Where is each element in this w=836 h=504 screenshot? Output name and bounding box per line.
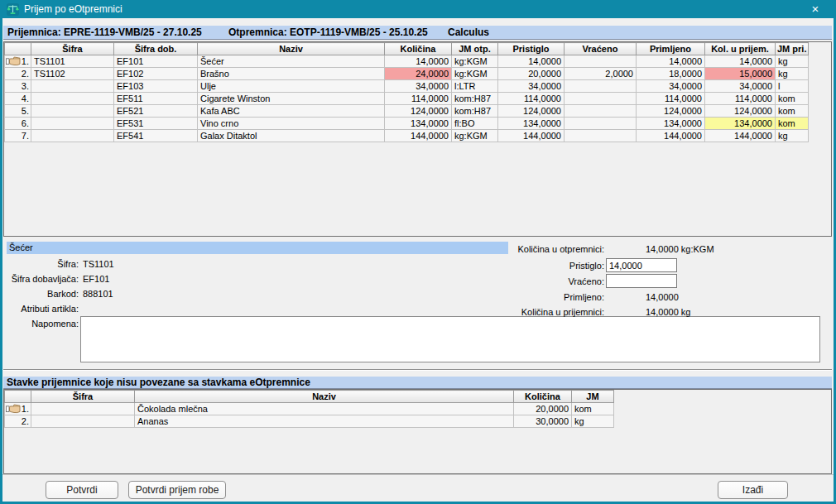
- column-header-vraceno[interactable]: Vraćeno: [565, 43, 637, 55]
- cell-sifra[interactable]: TS1102: [31, 68, 114, 80]
- cell-jm_pri[interactable]: l: [776, 80, 809, 93]
- table-row[interactable]: 4.EF511Cigarete Winston114,0000kom:H8711…: [5, 93, 809, 105]
- cell-num[interactable]: 3.: [5, 80, 31, 93]
- cell-num[interactable]: 5.: [5, 105, 31, 118]
- column-header-jm-pri[interactable]: JM pri.: [776, 43, 809, 55]
- cell-pristiglo[interactable]: 134,0000: [498, 118, 565, 130]
- cell-kol_u_prijem[interactable]: 144,0000: [705, 130, 776, 142]
- cell-pristiglo[interactable]: 14,0000: [498, 55, 565, 68]
- cell-primljeno[interactable]: 114,0000: [637, 93, 705, 105]
- cell-sifra[interactable]: [31, 80, 114, 93]
- column-header-sifra[interactable]: Šifra: [31, 391, 135, 403]
- cell-sifra[interactable]: [31, 118, 114, 130]
- cell-jm_otp[interactable]: kom:H87: [452, 93, 498, 105]
- napomena-textarea[interactable]: [80, 316, 820, 362]
- cell-pristiglo[interactable]: 20,0000: [498, 68, 565, 80]
- cell-kolicina[interactable]: 34,0000: [385, 80, 452, 93]
- cell-vraceno[interactable]: [565, 118, 637, 130]
- column-header-sifra[interactable]: Šifra: [31, 43, 114, 55]
- izadi-button[interactable]: Izađi: [718, 481, 788, 499]
- cell-sifra[interactable]: [31, 403, 135, 415]
- column-header-primljeno[interactable]: Primljeno: [637, 43, 705, 55]
- column-header-jm-otp[interactable]: JM otp.: [452, 43, 498, 55]
- cell-jm[interactable]: kom: [572, 403, 614, 415]
- cell-kol_u_prijem[interactable]: 134,0000: [705, 118, 776, 130]
- cell-primljeno[interactable]: 144,0000: [637, 130, 705, 142]
- table-row[interactable]: 7.EF541Galax Ditaktol144,0000kg:KGM144,0…: [5, 130, 809, 142]
- column-header-pristiglo[interactable]: Pristiglo: [498, 43, 565, 55]
- cell-naziv[interactable]: Čokolada mlečna: [135, 403, 514, 415]
- cell-primljeno[interactable]: 18,0000: [637, 68, 705, 80]
- cell-naziv[interactable]: Galax Ditaktol: [198, 130, 385, 142]
- column-header-indicator[interactable]: [5, 391, 31, 403]
- cell-sifra_dob[interactable]: EF103: [114, 80, 198, 93]
- cell-primljeno[interactable]: 134,0000: [637, 118, 705, 130]
- cell-kolicina[interactable]: 124,0000: [385, 105, 452, 118]
- cell-num[interactable]: 4.: [5, 93, 31, 105]
- cell-naziv[interactable]: Brašno: [198, 68, 385, 80]
- cell-primljeno[interactable]: 34,0000: [637, 80, 705, 93]
- cell-kolicina[interactable]: 14,0000: [385, 55, 452, 68]
- cell-jm_otp[interactable]: fl:BO: [452, 118, 498, 130]
- cell-sifra_dob[interactable]: EF531: [114, 118, 198, 130]
- table-row[interactable]: 5.EF521Kafa ABC124,0000kom:H87124,000012…: [5, 105, 809, 118]
- cell-sifra[interactable]: [31, 105, 114, 118]
- cell-naziv[interactable]: Kafa ABC: [198, 105, 385, 118]
- cell-kolicina[interactable]: 30,0000: [514, 415, 572, 428]
- cell-sifra[interactable]: [31, 130, 114, 142]
- cell-naziv[interactable]: Ulje: [198, 80, 385, 93]
- column-header-kol-u-prijem[interactable]: Kol. u prijem.: [705, 43, 776, 55]
- column-header-naziv[interactable]: Naziv: [198, 43, 385, 55]
- cell-naziv[interactable]: Vino crno: [198, 118, 385, 130]
- cell-sifra[interactable]: [31, 93, 114, 105]
- cell-pristiglo[interactable]: 114,0000: [498, 93, 565, 105]
- cell-jm[interactable]: kg: [572, 415, 614, 428]
- table-row[interactable]: 1.Čokolada mlečna20,0000kom: [5, 403, 614, 415]
- cell-num[interactable]: 2.: [5, 68, 31, 80]
- cell-pristiglo[interactable]: 34,0000: [498, 80, 565, 93]
- cell-jm_otp[interactable]: l:LTR: [452, 80, 498, 93]
- cell-sifra_dob[interactable]: EF511: [114, 93, 198, 105]
- pristiglo-input[interactable]: [606, 258, 677, 272]
- cell-vraceno[interactable]: [565, 105, 637, 118]
- cell-jm_pri[interactable]: kom: [776, 105, 809, 118]
- cell-kol_u_prijem[interactable]: 15,0000: [705, 68, 776, 80]
- cell-kolicina[interactable]: 114,0000: [385, 93, 452, 105]
- cell-vraceno[interactable]: 2,0000: [565, 68, 637, 80]
- cell-naziv[interactable]: Ananas: [135, 415, 514, 428]
- cell-jm_pri[interactable]: kg: [776, 130, 809, 142]
- cell-jm_otp[interactable]: kg:KGM: [452, 68, 498, 80]
- cell-sifra_dob[interactable]: EF541: [114, 130, 198, 142]
- cell-kolicina[interactable]: 134,0000: [385, 118, 452, 130]
- cell-num[interactable]: 2.: [5, 415, 31, 428]
- cell-pristiglo[interactable]: 124,0000: [498, 105, 565, 118]
- cell-jm_otp[interactable]: kg:KGM: [452, 130, 498, 142]
- cell-sifra_dob[interactable]: EF102: [114, 68, 198, 80]
- column-header-jm[interactable]: JM: [572, 391, 614, 403]
- potvrdi-prijem-robe-button[interactable]: Potvrdi prijem robe: [128, 481, 226, 499]
- cell-kolicina[interactable]: 24,0000: [385, 68, 452, 80]
- column-header-naziv[interactable]: Naziv: [135, 391, 514, 403]
- cell-jm_pri[interactable]: kom: [776, 93, 809, 105]
- cell-primljeno[interactable]: 124,0000: [637, 105, 705, 118]
- cell-naziv[interactable]: Šećer: [198, 55, 385, 68]
- column-header-sifra-dob[interactable]: Šifra dob.: [114, 43, 198, 55]
- cell-pristiglo[interactable]: 144,0000: [498, 130, 565, 142]
- table-row[interactable]: 2.TS1102EF102Brašno24,0000kg:KGM20,00002…: [5, 68, 809, 80]
- cell-sifra_dob[interactable]: EF521: [114, 105, 198, 118]
- cell-jm_pri[interactable]: kg: [776, 68, 809, 80]
- cell-jm_pri[interactable]: kom: [776, 118, 809, 130]
- cell-jm_otp[interactable]: kom:H87: [452, 105, 498, 118]
- cell-kolicina[interactable]: 144,0000: [385, 130, 452, 142]
- cell-vraceno[interactable]: [565, 55, 637, 68]
- column-header-indicator[interactable]: [5, 43, 31, 55]
- cell-num[interactable]: 1.: [5, 403, 31, 415]
- cell-sifra[interactable]: [31, 415, 135, 428]
- cell-primljeno[interactable]: 14,0000: [637, 55, 705, 68]
- cell-num[interactable]: 7.: [5, 130, 31, 142]
- cell-kol_u_prijem[interactable]: 34,0000: [705, 80, 776, 93]
- cell-num[interactable]: 6.: [5, 118, 31, 130]
- table-row[interactable]: 1.TS1101EF101Šećer14,0000kg:KGM14,000014…: [5, 55, 809, 68]
- close-icon[interactable]: ×: [804, 1, 827, 17]
- cell-sifra_dob[interactable]: EF101: [114, 55, 198, 68]
